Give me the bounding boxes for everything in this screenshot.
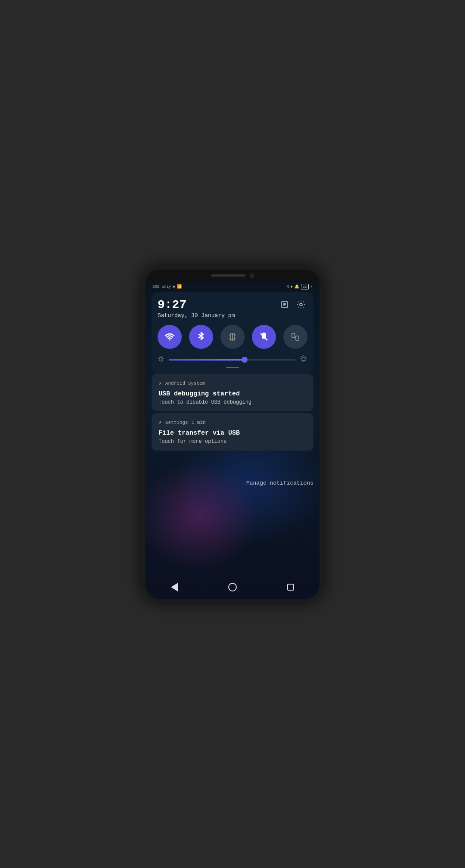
phone-device: SOS only ▣ 📶 N ✱ 🔔 32 ⚡ xyxy=(142,266,323,602)
status-left: SOS only ▣ 📶 xyxy=(152,284,182,289)
svg-line-16 xyxy=(163,357,164,358)
toggles-row xyxy=(158,325,307,349)
status-right: N ✱ 🔔 32 ⚡ xyxy=(286,284,313,289)
notif-body-2: Touch for more options xyxy=(158,439,307,445)
wifi-toggle[interactable] xyxy=(158,325,182,349)
indicator-dot xyxy=(226,367,239,368)
charging-icon: ⚡ xyxy=(310,284,313,289)
notification-usb-debug[interactable]: ⚡ Android System USB debugging started T… xyxy=(152,374,313,411)
notif-app-time-2: 1 min xyxy=(192,420,206,425)
sim-icon: ▣ xyxy=(173,284,175,289)
svg-line-24 xyxy=(305,361,306,361)
svg-point-4 xyxy=(300,303,302,306)
mute-toggle[interactable] xyxy=(252,325,276,349)
recents-icon xyxy=(287,584,294,591)
settings-icon[interactable] xyxy=(294,298,307,311)
wifi-status-icon: 📶 xyxy=(177,284,182,289)
usb-icon-1: ⚡ xyxy=(158,380,162,387)
phone-screen: SOS only ▣ 📶 N ✱ 🔔 32 ⚡ xyxy=(146,270,319,599)
brightness-thumb xyxy=(242,357,248,363)
qs-time: 9:27 xyxy=(158,298,235,311)
status-bar: SOS only ▣ 📶 N ✱ 🔔 32 ⚡ xyxy=(146,282,319,292)
manage-notifications-label: Manage notifications xyxy=(246,480,313,486)
notifications-area: ⚡ Android System USB debugging started T… xyxy=(152,374,313,451)
svg-point-9 xyxy=(160,358,162,360)
camera xyxy=(250,274,254,278)
nav-back-button[interactable] xyxy=(167,579,182,595)
bottom-nav xyxy=(146,577,319,599)
brightness-min-icon xyxy=(158,355,164,364)
notif-app-row-2: ⚡ Settings 1 min xyxy=(158,419,307,426)
notif-body-1: Touch to disable USB debugging xyxy=(158,399,307,405)
home-icon xyxy=(228,583,237,591)
usb-icon-2: ⚡ xyxy=(158,419,162,426)
brightness-slider[interactable] xyxy=(169,359,295,361)
manage-notifications-button[interactable]: Manage notifications xyxy=(246,480,313,486)
svg-line-26 xyxy=(301,361,302,361)
data-toggle[interactable] xyxy=(220,325,245,349)
svg-line-15 xyxy=(163,360,164,361)
qs-action-icons xyxy=(278,298,307,311)
quick-settings-panel: 9:27 Saturday, 30 January pm xyxy=(152,292,313,374)
nav-home-button[interactable] xyxy=(225,579,240,595)
speaker xyxy=(211,274,245,277)
brightness-row xyxy=(158,355,307,364)
svg-line-25 xyxy=(305,356,306,357)
notif-app-row-1: ⚡ Android System xyxy=(158,380,307,387)
notif-app-name-2: Settings xyxy=(165,420,188,425)
notif-app-name-1: Android System xyxy=(165,381,205,386)
battery-indicator: 32 xyxy=(301,284,309,289)
edit-icon[interactable] xyxy=(278,298,291,311)
battery-level: 32 xyxy=(303,285,307,289)
qs-time-date: 9:27 Saturday, 30 January pm xyxy=(158,298,235,319)
phone-content-layer: SOS only ▣ 📶 N ✱ 🔔 32 ⚡ xyxy=(146,270,319,599)
sos-label: SOS only xyxy=(152,285,171,289)
notif-title-1: USB debugging started xyxy=(158,390,307,398)
qs-header: 9:27 Saturday, 30 January pm xyxy=(158,298,307,319)
svg-rect-8 xyxy=(296,336,299,340)
nfc-icon: N xyxy=(286,285,288,289)
svg-line-17 xyxy=(159,360,160,361)
notif-title-2: File transfer via USB xyxy=(158,429,307,437)
qs-date: Saturday, 30 January pm xyxy=(158,312,235,319)
nav-recents-button[interactable] xyxy=(283,579,298,595)
bluetooth-status-icon: ✱ xyxy=(291,284,293,289)
qs-page-indicator xyxy=(158,367,307,368)
rotate-toggle[interactable] xyxy=(283,325,307,349)
notification-file-transfer[interactable]: ⚡ Settings 1 min File transfer via USB T… xyxy=(152,413,313,451)
svg-point-5 xyxy=(169,339,170,340)
svg-point-18 xyxy=(302,357,305,361)
phone-top-bar xyxy=(146,270,319,282)
brightness-fill xyxy=(169,359,245,361)
back-icon xyxy=(171,583,178,591)
svg-rect-7 xyxy=(292,333,295,338)
brightness-max-icon xyxy=(300,355,307,364)
mute-status-icon: 🔔 xyxy=(294,284,299,289)
svg-line-23 xyxy=(301,356,302,357)
svg-line-14 xyxy=(159,357,160,358)
bluetooth-toggle[interactable] xyxy=(189,325,213,349)
